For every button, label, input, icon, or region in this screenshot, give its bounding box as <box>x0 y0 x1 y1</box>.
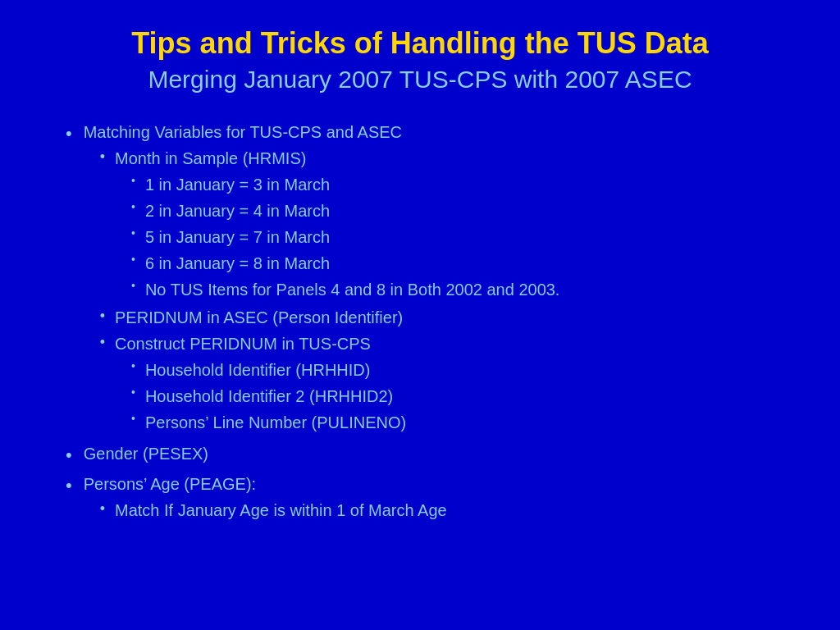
list-item: 1 in January = 3 in March <box>131 172 791 197</box>
list-item-label: Persons’ Age (PEAGE): Match If January A… <box>84 472 791 524</box>
list-item-label: Household Identifier (HRHHID) <box>145 358 791 382</box>
list-item: Household Identifier 2 (HRHHID2) <box>131 384 791 409</box>
list-item-label: 6 in January = 8 in March <box>145 251 791 276</box>
month-in-sample-text: Month in Sample (HRMIS) <box>115 149 306 167</box>
construct-peridnum-text: Construct PERIDNUM in TUS-CPS <box>115 335 371 353</box>
list-item: PERIDNUM in ASEC (Person Identifier) <box>100 305 791 330</box>
list-item-label: No TUS Items for Panels 4 and 8 in Both … <box>145 277 791 302</box>
persons-age-text: Persons’ Age (PEAGE): <box>84 475 256 493</box>
content-list-level2: Month in Sample (HRMIS) 1 in January = 3… <box>84 146 791 436</box>
list-item-label: 5 in January = 7 in March <box>145 225 791 249</box>
list-item-label: Persons’ Line Number (PULINENO) <box>145 410 791 435</box>
list-item: No TUS Items for Panels 4 and 8 in Both … <box>131 277 791 302</box>
content-list-level1: Matching Variables for TUS-CPS and ASEC … <box>49 120 791 524</box>
list-item: Matching Variables for TUS-CPS and ASEC … <box>66 120 791 438</box>
content-list-level2: Match If January Age is within 1 of Marc… <box>84 498 791 523</box>
list-item-label: Construct PERIDNUM in TUS-CPS Household … <box>115 331 791 436</box>
list-item: Persons’ Age (PEAGE): Match If January A… <box>66 472 791 524</box>
list-item-label: Gender (PESEX) <box>84 441 791 466</box>
slide-title-main: Tips and Tricks of Handling the TUS Data <box>49 25 791 63</box>
list-item-label: 2 in January = 4 in March <box>145 199 791 223</box>
title-section: Tips and Tricks of Handling the TUS Data… <box>49 25 791 95</box>
list-item-label: Matching Variables for TUS-CPS and ASEC … <box>84 120 791 438</box>
slide-content: Matching Variables for TUS-CPS and ASEC … <box>49 120 791 605</box>
list-item-label: Household Identifier 2 (HRHHID2) <box>145 384 791 409</box>
slide: Tips and Tricks of Handling the TUS Data… <box>0 0 840 630</box>
slide-title-sub: Merging January 2007 TUS-CPS with 2007 A… <box>49 63 791 95</box>
list-item: Household Identifier (HRHHID) <box>131 358 791 382</box>
list-item-label: Match If January Age is within 1 of Marc… <box>115 498 791 523</box>
list-item: Construct PERIDNUM in TUS-CPS Household … <box>100 331 791 436</box>
list-item-label: PERIDNUM in ASEC (Person Identifier) <box>115 305 791 330</box>
list-item: Match If January Age is within 1 of Marc… <box>100 498 791 523</box>
content-list-level3: Household Identifier (HRHHID) Household … <box>115 358 791 435</box>
matching-variables-text: Matching Variables for TUS-CPS and ASEC <box>84 123 402 141</box>
list-item: 6 in January = 8 in March <box>131 251 791 276</box>
list-item-label: 1 in January = 3 in March <box>145 172 791 197</box>
content-list-level3: 1 in January = 3 in March 2 in January =… <box>115 172 791 302</box>
list-item: Month in Sample (HRMIS) 1 in January = 3… <box>100 146 791 304</box>
list-item: Gender (PESEX) <box>66 441 791 468</box>
list-item: 2 in January = 4 in March <box>131 199 791 223</box>
list-item: Persons’ Line Number (PULINENO) <box>131 410 791 435</box>
list-item-label: Month in Sample (HRMIS) 1 in January = 3… <box>115 146 791 304</box>
list-item: 5 in January = 7 in March <box>131 225 791 249</box>
